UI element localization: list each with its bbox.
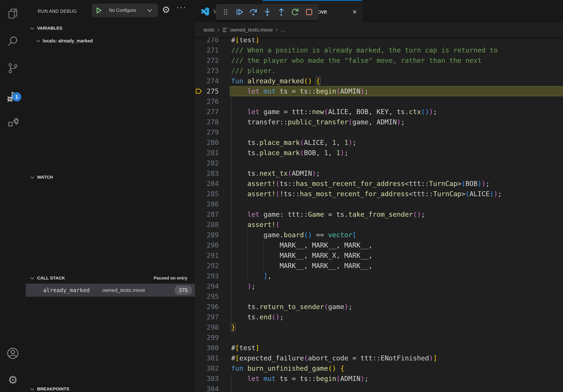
continue-button[interactable]: [233, 6, 246, 18]
section-breakpoints[interactable]: BREAKPOINTS: [26, 383, 195, 392]
code-line[interactable]: 301#[expected_failure(abort_code = ttt::…: [195, 353, 563, 363]
account-icon[interactable]: [0, 341, 26, 365]
line-number[interactable]: 274: [195, 76, 219, 86]
debug-config-dropdown[interactable]: No Configura: [92, 3, 158, 17]
sidebar-title: RUN AND DEBUG: [38, 0, 77, 23]
line-number[interactable]: 300: [195, 343, 219, 353]
code-line[interactable]: 282: [195, 158, 563, 168]
line-number[interactable]: 276: [195, 96, 219, 107]
breadcrumb-item[interactable]: owned_tests.move: [230, 27, 273, 33]
line-number[interactable]: 296: [195, 301, 219, 312]
code-line[interactable]: 279: [195, 127, 563, 137]
code-line[interactable]: 289 game.board() == vector[: [195, 230, 563, 240]
code-line-current[interactable]: 275 let mut ts = ts::begin(ADMIN);: [195, 86, 563, 96]
code-line[interactable]: 298}: [195, 322, 563, 332]
line-number[interactable]: 284: [195, 178, 219, 189]
code-line[interactable]: 287 let game: ttt::Game = ts.take_from_s…: [195, 209, 563, 220]
line-number[interactable]: 303: [195, 373, 219, 384]
line-number[interactable]: 281: [195, 148, 219, 158]
explorer-icon[interactable]: [0, 2, 26, 26]
line-number[interactable]: 298: [195, 322, 219, 332]
line-number[interactable]: 273: [195, 65, 219, 76]
code-line[interactable]: 302fun burn_unfinished_game() {: [195, 363, 563, 373]
code-line[interactable]: 291 MARK__, MARK_X, MARK__,: [195, 250, 563, 261]
line-number[interactable]: 299: [195, 332, 219, 343]
line-number[interactable]: 302: [195, 363, 219, 373]
line-number[interactable]: 295: [195, 291, 219, 301]
line-number[interactable]: 278: [195, 117, 219, 127]
line-number[interactable]: 282: [195, 158, 219, 168]
line-number[interactable]: 277: [195, 107, 219, 117]
line-number[interactable]: 304: [195, 384, 219, 392]
code-line[interactable]: 281 ts.place_mark(BOB, 1, 1);: [195, 148, 563, 158]
line-number[interactable]: 291: [195, 250, 219, 261]
section-variables[interactable]: VARIABLES: [26, 23, 195, 34]
code-line[interactable]: 276: [195, 96, 563, 107]
section-call-stack[interactable]: CALL STACK Paused on entry: [26, 273, 195, 284]
section-watch[interactable]: WATCH: [26, 172, 195, 183]
code-line[interactable]: 274fun already_marked() {: [195, 76, 563, 86]
code-line[interactable]: 283 ts.next_tx(ADMIN);: [195, 168, 563, 178]
code-line[interactable]: 304: [195, 384, 563, 392]
line-number[interactable]: 271: [195, 45, 219, 55]
close-icon[interactable]: ×: [353, 8, 357, 16]
line-number[interactable]: 287: [195, 209, 219, 220]
breadcrumb[interactable]: tests › owned_tests.move › …: [195, 23, 563, 37]
code-line[interactable]: 288 assert!(: [195, 220, 563, 230]
code-line[interactable]: 272/// the player who made the "false" m…: [195, 55, 563, 65]
code-editor[interactable]: 270#[test]271/// When a position is alre…: [195, 37, 563, 392]
line-number[interactable]: 292: [195, 261, 219, 271]
settings-gear-icon[interactable]: ⚙: [0, 368, 26, 392]
line-number[interactable]: 283: [195, 168, 219, 178]
start-debug-icon[interactable]: [95, 7, 102, 14]
line-number[interactable]: 279: [195, 127, 219, 137]
line-number[interactable]: 272: [195, 55, 219, 65]
drag-grip-icon[interactable]: [219, 6, 231, 18]
extensions-icon[interactable]: [0, 111, 26, 135]
code-line[interactable]: 299: [195, 332, 563, 343]
variables-scope-row[interactable]: locals: already_marked: [26, 36, 195, 46]
search-icon[interactable]: [0, 29, 26, 53]
step-into-button[interactable]: [261, 6, 273, 18]
line-number[interactable]: 286: [195, 199, 219, 209]
line-number[interactable]: 297: [195, 312, 219, 322]
line-number[interactable]: 285: [195, 189, 219, 199]
step-over-button[interactable]: [247, 6, 259, 18]
breadcrumb-item[interactable]: tests: [204, 27, 214, 33]
code-line[interactable]: 273/// player.: [195, 65, 563, 76]
code-line[interactable]: 271/// When a position is already marked…: [195, 45, 563, 55]
line-number[interactable]: 294: [195, 281, 219, 291]
code-line[interactable]: 297 ts.end();: [195, 312, 563, 322]
code-line[interactable]: 295: [195, 291, 563, 301]
stop-button[interactable]: [303, 6, 315, 18]
code-line[interactable]: 284 assert!(ts::has_most_recent_for_addr…: [195, 178, 563, 189]
frame-line-badge: 275: [174, 285, 192, 295]
code-line[interactable]: 277 let game = ttt::new(ALICE, BOB, KEY,…: [195, 107, 563, 117]
code-line[interactable]: 300#[test]: [195, 343, 563, 353]
line-number[interactable]: 280: [195, 137, 219, 148]
line-number[interactable]: 301: [195, 353, 219, 363]
debug-settings-gear-icon[interactable]: ⚙: [162, 5, 170, 14]
run-and-debug-icon[interactable]: 1: [0, 85, 26, 109]
code-line[interactable]: 294 );: [195, 281, 563, 291]
code-line[interactable]: 303 let mut ts = ts::begin(ADMIN);: [195, 373, 563, 384]
step-out-button[interactable]: [275, 6, 287, 18]
breadcrumb-item[interactable]: …: [281, 27, 286, 33]
line-number[interactable]: 290: [195, 240, 219, 250]
call-stack-frame[interactable]: already_markedowned_tests.move275: [26, 284, 195, 297]
more-actions-icon[interactable]: ···: [176, 3, 187, 12]
line-number[interactable]: 288: [195, 220, 219, 230]
code-line[interactable]: 290 MARK__, MARK__, MARK__,: [195, 240, 563, 250]
restart-button[interactable]: [289, 6, 301, 18]
code-line[interactable]: 278 transfer::public_transfer(game, ADMI…: [195, 117, 563, 127]
code-line[interactable]: 293 ],: [195, 271, 563, 281]
source-control-icon[interactable]: [0, 56, 26, 80]
code-line[interactable]: 285 assert!(!ts::has_most_recent_for_add…: [195, 189, 563, 199]
config-dropdown-label[interactable]: No Configura: [109, 8, 148, 13]
code-line[interactable]: 286: [195, 199, 563, 209]
code-line[interactable]: 292 MARK__, MARK__, MARK__,: [195, 261, 563, 271]
code-line[interactable]: 280 ts.place_mark(ALICE, 1, 1);: [195, 137, 563, 148]
line-number[interactable]: 289: [195, 230, 219, 240]
code-line[interactable]: 296 ts.return_to_sender(game);: [195, 301, 563, 312]
line-number[interactable]: 293: [195, 271, 219, 281]
